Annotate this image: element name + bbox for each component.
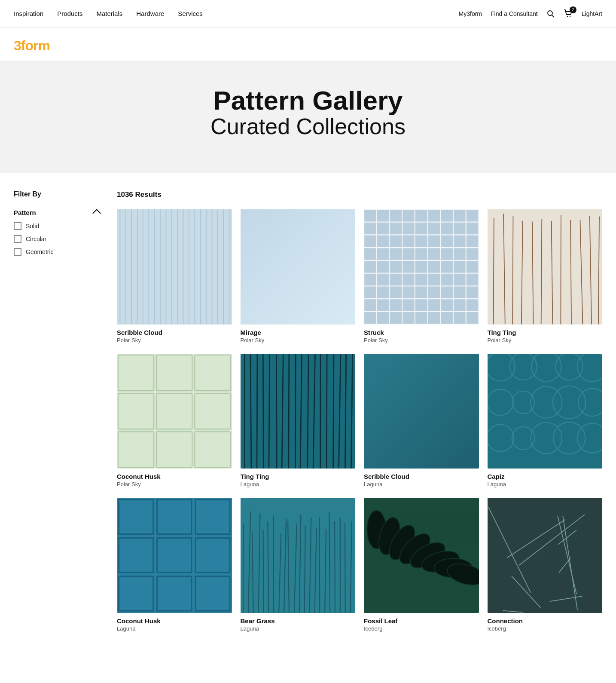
svg-line-74 [263,354,263,469]
filter-circular[interactable]: Circular [14,235,100,243]
pattern-filter-section: Pattern Solid Circular Geometric [14,208,100,256]
nav-hardware[interactable]: Hardware [136,10,164,17]
nav-materials[interactable]: Materials [96,10,122,17]
product-card[interactable]: Ting Ting Laguna [241,354,356,488]
site-logo[interactable]: 3form [14,38,602,54]
product-color: Polar Sky [117,337,232,343]
product-name: Connection [488,617,603,625]
svg-line-134 [329,512,330,613]
product-image [117,209,232,325]
svg-point-2 [567,15,568,16]
pattern-filter-toggle[interactable]: Pattern [14,208,100,216]
product-image [241,354,356,469]
chevron-up-icon [92,209,101,217]
svg-line-137 [345,523,345,613]
svg-line-135 [335,521,335,613]
product-card[interactable]: Scribble Cloud Laguna [364,354,479,488]
circular-label: Circular [26,236,46,242]
product-color: Laguna [364,481,479,487]
product-card[interactable]: Coconut Husk Laguna [117,498,232,632]
svg-rect-25 [241,209,356,325]
product-image [364,498,479,613]
product-image [364,209,479,325]
nav-inspiration[interactable]: Inspiration [14,10,43,17]
product-name: Fossil Leaf [364,617,479,625]
nav-services[interactable]: Services [178,10,203,17]
nav-right: My3form Find a Consultant 2 LightArt [459,9,602,18]
svg-point-3 [570,15,570,16]
product-color: Laguna [241,481,356,487]
product-image [364,354,479,469]
product-name: Scribble Cloud [117,329,232,336]
svg-line-1 [552,15,554,17]
product-color: Polar Sky [241,337,356,343]
product-name: Coconut Husk [117,617,232,625]
product-name: Coconut Husk [117,473,232,480]
product-card[interactable]: Coconut Husk Polar Sky [117,354,232,488]
svg-rect-116 [241,498,356,613]
svg-line-75 [268,354,269,469]
svg-line-85 [333,354,333,469]
svg-rect-89 [364,354,479,469]
product-card[interactable]: Fossil Leaf Iceberg [364,498,479,632]
lightart-link[interactable]: LightArt [582,10,602,17]
product-image [488,354,603,469]
svg-rect-26 [364,209,479,325]
product-name: Ting Ting [488,329,603,336]
filter-geometric[interactable]: Geometric [14,248,100,256]
product-image [117,498,232,613]
nav-products[interactable]: Products [57,10,82,17]
svg-line-50 [512,216,513,324]
search-icon[interactable] [546,9,555,18]
nav-find-consultant[interactable]: Find a Consultant [491,10,538,17]
product-card[interactable]: Connection Iceberg [488,498,603,632]
svg-rect-106 [117,498,232,613]
product-image [241,498,356,613]
product-card[interactable]: Capiz Laguna [488,354,603,488]
gallery: 1036 Results Scribble Cloud Polar Sky Mi… [117,190,602,632]
cart-button[interactable]: 2 [564,9,573,18]
navigation: Inspiration Products Materials Hardware … [0,0,616,28]
product-name: Bear Grass [241,617,356,625]
product-color: Laguna [241,625,356,632]
product-name: Scribble Cloud [364,473,479,480]
product-card[interactable]: Scribble Cloud Polar Sky [117,209,232,343]
geometric-checkbox[interactable] [14,248,21,256]
svg-line-132 [319,518,320,613]
main-layout: Filter By Pattern Solid Circular Geometr… [0,173,616,649]
svg-rect-4 [117,209,232,325]
product-color: Polar Sky [364,337,479,343]
product-color: Laguna [488,481,603,487]
sidebar: Filter By Pattern Solid Circular Geometr… [14,190,100,632]
hero-title: Pattern Gallery [14,86,602,114]
product-name: Capiz [488,473,603,480]
product-color: Iceberg [364,625,479,632]
product-card[interactable]: Ting Ting Polar Sky [488,209,603,343]
hero-section: Pattern Gallery Curated Collections [0,61,616,173]
svg-line-78 [288,354,289,469]
svg-line-79 [295,354,296,469]
hero-subtitle: Curated Collections [14,114,602,139]
svg-line-72 [250,354,251,469]
circular-checkbox[interactable] [14,235,21,243]
product-card[interactable]: Bear Grass Laguna [241,498,356,632]
solid-checkbox[interactable] [14,222,21,230]
results-count: 1036 Results [117,190,602,199]
product-card[interactable]: Struck Polar Sky [364,209,479,343]
svg-line-76 [276,354,277,469]
cart-count: 2 [570,6,576,13]
product-color: Laguna [117,625,232,632]
svg-line-73 [256,354,257,469]
nav-my3form[interactable]: My3form [459,10,482,17]
filter-solid[interactable]: Solid [14,222,100,230]
solid-label: Solid [26,223,39,230]
product-color: Polar Sky [117,481,232,487]
product-grid: Scribble Cloud Polar Sky Mirage Polar Sk… [117,209,602,632]
nav-links: Inspiration Products Materials Hardware … [14,10,203,17]
svg-rect-148 [488,498,603,613]
svg-line-121 [263,530,263,613]
logo-bar: 3form [0,28,616,61]
product-name: Mirage [241,329,356,336]
product-image [488,498,603,613]
product-card[interactable]: Mirage Polar Sky [241,209,356,343]
